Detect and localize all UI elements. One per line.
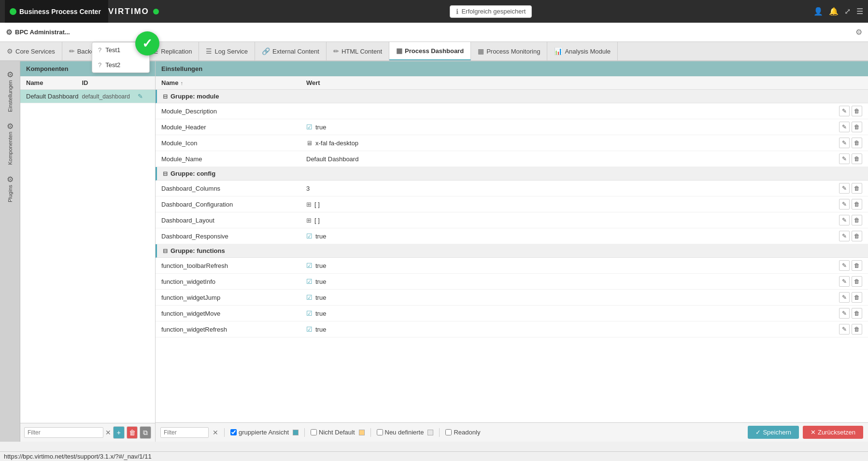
delete-dashboard-configuration[interactable]: 🗑 <box>852 199 862 210</box>
delete-function-widget-refresh[interactable]: 🗑 <box>852 324 862 335</box>
setting-value-function-toolbar-refresh: ☑ true <box>306 262 839 269</box>
delete-function-widget-move[interactable]: 🗑 <box>852 308 862 319</box>
sidebar-item-komponenten[interactable]: ⚙ Komponenten <box>0 117 20 170</box>
tab-process-dashboard[interactable]: ▦ Process Dashboard <box>389 42 471 60</box>
new-defined-checkbox[interactable] <box>377 429 383 435</box>
bell-icon[interactable]: 🔔 <box>829 7 839 16</box>
setting-value-module-icon: 🖥 x-fal fa-desktop <box>306 140 839 147</box>
bpc-settings-icon: ⚙ <box>6 28 12 37</box>
add-item-button[interactable]: + <box>113 426 125 439</box>
edit-function-widget-info[interactable]: ✎ <box>839 276 850 287</box>
group-toggle-functions[interactable]: ⊟ <box>163 248 168 254</box>
group-toggle-config[interactable]: ⊟ <box>163 170 168 177</box>
dropdown-item-icon-test2: ? <box>98 61 101 69</box>
setting-row-function-widget-refresh: function_widgetRefresh ☑ true ✎ 🗑 <box>156 321 868 337</box>
second-bar-right: ⚙ <box>855 28 862 37</box>
not-default-checkbox[interactable] <box>311 429 317 435</box>
right-filter-input[interactable] <box>160 427 209 438</box>
edit-function-toolbar-refresh[interactable]: ✎ <box>839 260 850 271</box>
setting-value-module-header: ☑ true <box>306 123 839 131</box>
plugins-icon: ⚙ <box>7 175 14 184</box>
sidebar-item-einstellungen[interactable]: ⚙ Einstellungen <box>0 65 20 117</box>
bpc-admin-text: BPC Administrat... <box>15 28 70 36</box>
delete-module-description[interactable]: 🗑 <box>852 106 862 116</box>
checkbox-function-toolbar-refresh: ☑ <box>306 262 313 269</box>
setting-value-function-widget-move: ☑ true <box>306 309 839 317</box>
setting-actions-module-icon: ✎ 🗑 <box>839 138 862 148</box>
setting-actions-dashboard-layout: ✎ 🗑 <box>839 215 862 225</box>
right-filter-clear[interactable]: ✕ <box>213 429 218 436</box>
delete-module-header[interactable]: 🗑 <box>852 122 862 132</box>
save-button[interactable]: ✓ Speichern <box>748 426 799 439</box>
edit-module-header[interactable]: ✎ <box>839 122 850 132</box>
tab-external-content[interactable]: 🔗 External Content <box>255 42 327 60</box>
dropdown-item-test2[interactable]: ? Test2 <box>92 57 149 72</box>
grouped-view-text: gruppierte Ansicht <box>239 429 289 436</box>
tab-html-content[interactable]: ✏ HTML Content <box>327 42 389 60</box>
second-bar-gear-button[interactable]: ⚙ <box>855 28 862 37</box>
einstellungen-label: Einstellungen <box>7 80 13 112</box>
sidebar-item-plugins[interactable]: ⚙ Plugins <box>0 170 20 207</box>
tab-icon-analysis-module: 📊 <box>554 47 562 55</box>
sort-icon[interactable]: ↑ <box>180 80 183 86</box>
user-icon[interactable]: 👤 <box>813 7 823 16</box>
edit-function-widget-move[interactable]: ✎ <box>839 308 850 319</box>
setting-actions-function-toolbar-refresh: ✎ 🗑 <box>839 260 862 271</box>
not-default-text: Nicht Default <box>319 429 355 436</box>
tab-analysis-module[interactable]: 📊 Analysis Module <box>547 42 618 60</box>
edit-dashboard-columns[interactable]: ✎ <box>839 183 850 194</box>
delete-dashboard-columns[interactable]: 🗑 <box>852 183 862 194</box>
delete-function-widget-jump[interactable]: 🗑 <box>852 292 862 303</box>
footer-separator-3 <box>370 428 371 437</box>
checkbox-function-widget-jump: ☑ <box>306 293 313 301</box>
delete-function-toolbar-refresh[interactable]: 🗑 <box>852 260 862 271</box>
delete-dashboard-responsive[interactable]: 🗑 <box>852 231 862 241</box>
edit-module-description[interactable]: ✎ <box>839 106 850 116</box>
edit-module-name[interactable]: ✎ <box>839 154 850 164</box>
delete-function-widget-info[interactable]: 🗑 <box>852 276 862 287</box>
komponenten-row-default-dashboard[interactable]: Default Dashboard default_dashboard ✎ <box>20 90 155 103</box>
tab-log-service[interactable]: ☰ Log Service <box>199 42 255 60</box>
setting-actions-module-description: ✎ 🗑 <box>839 106 862 116</box>
delete-module-name[interactable]: 🗑 <box>852 154 862 164</box>
left-filter-input[interactable] <box>24 427 103 438</box>
footer-separator-1 <box>224 428 225 437</box>
expand-icon[interactable]: ⤢ <box>844 7 851 16</box>
row-edit-icon[interactable]: ✎ <box>138 93 149 100</box>
tab-core-services[interactable]: ⚙ Core Services <box>0 42 62 60</box>
komponenten-col-headers: Name ID <box>20 76 155 90</box>
top-bar-actions: 👤 🔔 ⤢ ☰ <box>813 7 863 16</box>
menu-icon[interactable]: ☰ <box>856 7 863 16</box>
edit-dashboard-configuration[interactable]: ✎ <box>839 199 850 210</box>
edit-module-icon[interactable]: ✎ <box>839 138 850 148</box>
reset-button[interactable]: ✕ Zurücksetzen <box>803 426 863 439</box>
edit-function-widget-refresh[interactable]: ✎ <box>839 324 850 335</box>
tab-process-monitoring[interactable]: ▦ Process Monitoring <box>471 42 547 60</box>
new-defined-color <box>427 430 433 435</box>
delete-item-button[interactable]: 🗑 <box>127 426 138 439</box>
left-filter-clear[interactable]: ✕ <box>105 429 111 436</box>
value-text-module-icon: x-fal fa-desktop <box>315 140 358 147</box>
setting-value-function-widget-info: ☑ true <box>306 278 839 285</box>
left-panel-empty <box>20 103 155 423</box>
save-label: Speichern <box>763 429 791 436</box>
col-name-header: Name <box>26 79 82 86</box>
setting-name-function-widget-jump: function_widgetJump <box>161 294 306 301</box>
app-logo-icon <box>10 8 16 15</box>
copy-item-button[interactable]: ⧉ <box>140 426 151 439</box>
app-logo: Business Process Center <box>10 8 103 15</box>
edit-dashboard-layout[interactable]: ✎ <box>839 215 850 225</box>
edit-function-widget-jump[interactable]: ✎ <box>839 292 850 303</box>
delete-module-icon[interactable]: 🗑 <box>852 138 862 148</box>
plugins-label: Plugins <box>7 185 13 202</box>
value-text-dashboard-configuration: [ ] <box>314 201 320 208</box>
group-toggle-module[interactable]: ⊟ <box>163 93 168 100</box>
readonly-checkbox[interactable] <box>445 429 452 435</box>
save-icon: ✓ <box>755 429 761 436</box>
grouped-view-checkbox[interactable] <box>230 429 237 435</box>
col-id-header: ID <box>82 79 138 86</box>
dropdown-item-label-test1: Test1 <box>105 46 120 54</box>
edit-dashboard-responsive[interactable]: ✎ <box>839 231 850 241</box>
delete-dashboard-layout[interactable]: 🗑 <box>852 215 862 225</box>
reset-icon: ✕ <box>811 429 816 436</box>
